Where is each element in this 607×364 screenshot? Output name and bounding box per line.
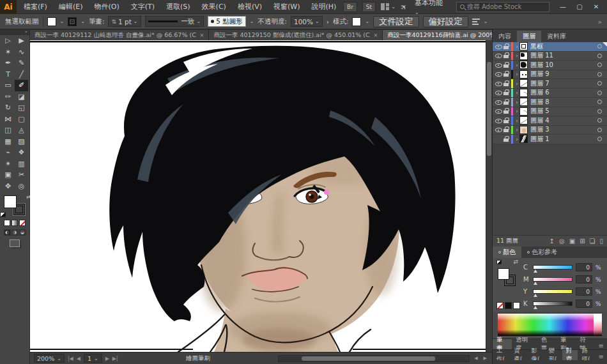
channel-value-field[interactable]: 0 xyxy=(576,263,592,271)
lock-icon[interactable] xyxy=(503,52,510,59)
graph-tool[interactable]: ▥ xyxy=(15,158,28,170)
target-circle-icon[interactable] xyxy=(597,54,602,58)
channel-slider[interactable] xyxy=(533,277,572,282)
hand-tool[interactable]: ✥ xyxy=(1,181,15,192)
stroke-weight-field[interactable]: ⇅1 pt⌄ xyxy=(108,16,141,27)
black-swatch[interactable] xyxy=(505,302,512,309)
lasso-tool[interactable]: ∿ xyxy=(15,47,28,58)
eraser-tool[interactable]: ◪ xyxy=(15,91,28,103)
layer-name[interactable]: 圖層 6 xyxy=(530,88,597,97)
last-artboard-button[interactable]: ▶| xyxy=(112,356,118,361)
layer-row[interactable]: › 圖層 8 xyxy=(493,98,607,107)
lock-icon[interactable] xyxy=(503,71,510,77)
align-options-icon[interactable] xyxy=(472,19,480,25)
lock-icon[interactable] xyxy=(503,62,510,68)
color-mode-button[interactable] xyxy=(4,220,10,226)
expand-arrow-icon[interactable]: › xyxy=(514,80,519,87)
swap-fill-stroke-icon[interactable]: ⇄ xyxy=(513,259,518,265)
panel-tab[interactable]: 變形( xyxy=(545,350,562,360)
canvas[interactable] xyxy=(30,40,486,352)
layer-thumbnail[interactable] xyxy=(519,42,528,50)
selection-tool[interactable]: ▷ xyxy=(1,35,15,47)
layer-row[interactable]: › 圖層 9 xyxy=(493,70,607,80)
layer-row[interactable]: › 黑框 xyxy=(493,42,607,52)
minimize-button[interactable]: — xyxy=(555,1,571,13)
scroll-left-icon[interactable]: ◀ xyxy=(473,356,479,361)
visibility-toggle-icon[interactable] xyxy=(495,136,503,142)
rectangle-tool[interactable]: ▭ xyxy=(1,80,15,91)
direct-selection-tool[interactable]: ▶ xyxy=(15,35,28,47)
gpu-performance-icon[interactable]: ✈ xyxy=(398,1,409,12)
channel-value-field[interactable]: 0 xyxy=(576,275,592,284)
fill-color-indicator[interactable] xyxy=(498,268,509,280)
target-circle-icon[interactable] xyxy=(597,91,602,95)
target-circle-icon[interactable] xyxy=(597,72,602,77)
menu-item[interactable]: 編輯(E) xyxy=(53,2,89,11)
opacity-field[interactable]: 100%⌄ xyxy=(291,16,323,27)
visibility-toggle-icon[interactable] xyxy=(495,99,503,105)
zoom-level-select[interactable]: 200%⌄ xyxy=(34,354,65,363)
bridge-button[interactable]: Br xyxy=(343,2,357,12)
opacity-expand-icon[interactable]: › xyxy=(327,18,329,26)
lock-icon[interactable] xyxy=(503,43,510,50)
channel-value-field[interactable]: 0 xyxy=(576,287,592,296)
panel-tab[interactable]: 影像( xyxy=(527,350,544,360)
channel-value-field[interactable]: 0 xyxy=(576,300,592,308)
layer-row[interactable]: › 圖層 11 xyxy=(493,52,607,61)
panel-tab[interactable]: 資料庫 xyxy=(541,31,572,42)
artboard-tool[interactable]: ▣ xyxy=(1,169,15,181)
panel-tab[interactable]: 對齊 xyxy=(562,350,578,360)
tab-close-icon[interactable]: ✕ xyxy=(374,33,378,38)
panel-tab[interactable]: 路徑( xyxy=(578,350,595,360)
layer-row[interactable]: › 圖層 6 xyxy=(493,89,607,98)
layer-name[interactable]: 圖層 3 xyxy=(530,125,597,134)
channel-slider[interactable] xyxy=(533,289,572,294)
perspective-grid-tool[interactable]: ◬ xyxy=(15,125,28,136)
brush-dropdown-icon[interactable]: ⌄ xyxy=(250,19,254,24)
layer-row[interactable]: › 圖層 5 xyxy=(493,107,607,117)
panel-tab[interactable]: 內容 xyxy=(493,31,517,42)
menu-item[interactable]: 物件(O) xyxy=(88,2,125,11)
panel-tab[interactable]: 圖層 xyxy=(517,31,541,42)
lock-icon[interactable] xyxy=(503,99,510,105)
scale-tool[interactable]: ◱ xyxy=(15,102,28,114)
stock-button[interactable]: St xyxy=(362,2,376,12)
visibility-toggle-icon[interactable] xyxy=(495,108,503,114)
scroll-right-icon[interactable]: ▶ xyxy=(482,356,488,361)
target-circle-icon[interactable] xyxy=(597,128,602,132)
visibility-toggle-icon[interactable] xyxy=(495,71,503,77)
visibility-toggle-icon[interactable] xyxy=(495,80,503,87)
magic-wand-tool[interactable]: ✶ xyxy=(1,47,15,58)
new-sublayer-icon[interactable]: ⊞ xyxy=(580,238,585,245)
panel-menu-icon[interactable]: ≡ xyxy=(595,353,607,360)
layer-name[interactable]: 圖層 7 xyxy=(530,79,597,88)
slider-thumb-icon[interactable] xyxy=(534,269,537,273)
artboard-number-select[interactable]: 1⌄ xyxy=(84,354,102,363)
mesh-tool[interactable]: ▦ xyxy=(1,136,15,148)
expand-arrow-icon[interactable]: › xyxy=(514,118,519,124)
lock-icon[interactable] xyxy=(503,126,510,133)
stroke-dropdown-icon[interactable]: ⌄ xyxy=(81,19,85,24)
layer-name[interactable]: 圖層 1 xyxy=(530,135,597,144)
layer-name[interactable]: 圖層 10 xyxy=(530,61,597,70)
stepper-icon[interactable]: ⇅ xyxy=(111,19,116,25)
draw-normal-icon[interactable]: ◐ xyxy=(4,229,11,236)
layer-name[interactable]: 圖層 11 xyxy=(530,51,597,60)
layer-row[interactable]: › 圖層 10 xyxy=(493,61,607,70)
expand-arrow-icon[interactable]: › xyxy=(514,52,519,59)
paintbrush-tool[interactable]: ✐ xyxy=(15,80,28,91)
gradient-tool[interactable]: ▨ xyxy=(15,136,28,148)
lock-icon[interactable] xyxy=(503,89,510,96)
free-transform-tool[interactable]: ▢ xyxy=(15,114,28,125)
fill-color-swatch[interactable] xyxy=(47,17,56,26)
layer-name[interactable]: 圖層 8 xyxy=(530,98,597,107)
expand-arrow-icon[interactable]: › xyxy=(514,136,519,142)
layer-thumbnail[interactable] xyxy=(519,52,528,60)
menu-item[interactable]: 檢視(V) xyxy=(232,2,268,11)
document-tab[interactable]: 商設一李 40129112 山崎惠理香 自畫像.ai* @ 66.67% (C … xyxy=(30,30,209,40)
layer-name[interactable]: 黑框 xyxy=(530,42,597,51)
prev-artboard-button[interactable]: ◀ xyxy=(77,356,81,361)
layer-thumbnail[interactable] xyxy=(519,135,528,143)
eyedropper-tool[interactable]: ⌁ xyxy=(1,147,15,158)
layer-row[interactable]: › 圖層 4 xyxy=(493,116,607,126)
